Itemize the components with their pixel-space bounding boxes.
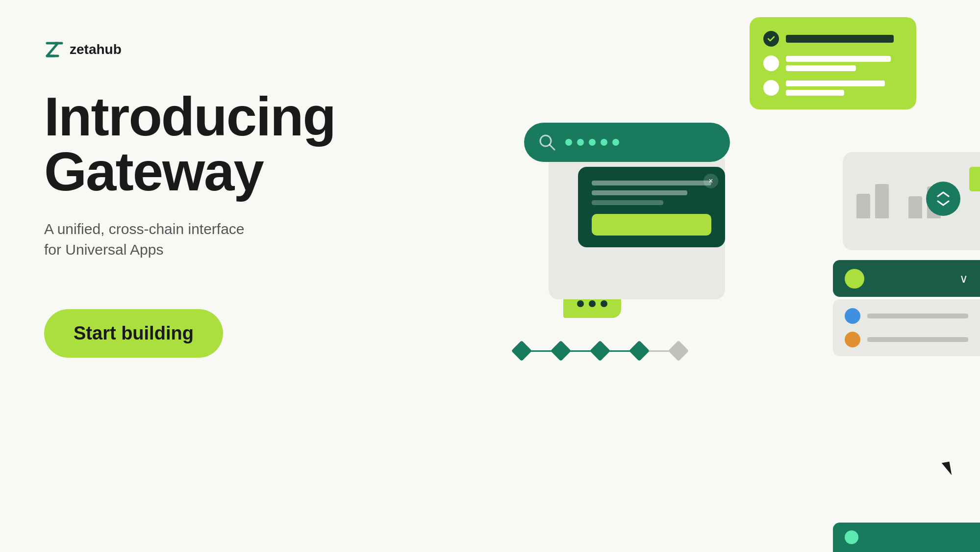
search-bar: [524, 123, 730, 162]
zetahub-logo-icon: [44, 39, 65, 60]
chain-node-3: [590, 341, 610, 361]
chat-dot-3: [601, 300, 607, 307]
chat-dot-1: [577, 300, 584, 307]
teal-dropdown[interactable]: ∨: [833, 260, 980, 297]
dropdown-green-dot: [845, 269, 864, 289]
radio-empty-1: [763, 55, 779, 71]
teal-accent: [969, 167, 980, 191]
chain-node-5: [668, 341, 689, 361]
modal-bar-1: [592, 181, 711, 185]
left-panel: zetahub Introducing Gateway A unified, c…: [44, 39, 363, 358]
bar-2: [875, 184, 889, 218]
chain-line-4: [647, 350, 671, 352]
chain-line-1: [529, 350, 553, 352]
chat-dot-2: [589, 300, 596, 307]
brand-name: zetahub: [70, 42, 122, 57]
start-building-button[interactable]: Start building: [44, 309, 223, 358]
list-item-blue: [845, 308, 968, 324]
bar-1: [856, 194, 870, 218]
bottom-teal-card: [833, 523, 980, 552]
list-bar-orange: [867, 337, 968, 342]
chevron-down-icon: ∨: [959, 272, 968, 286]
modal-bar-3: [592, 200, 663, 205]
chain-line-3: [607, 350, 632, 352]
dark-modal-card: ×: [578, 167, 725, 247]
list-card: [833, 299, 980, 356]
logo-area: zetahub: [44, 39, 363, 60]
list-bar-blue: [867, 314, 968, 318]
list-bar-filled: [786, 35, 894, 43]
bar-3: [908, 196, 922, 218]
orange-dot: [845, 332, 860, 347]
green-card: [750, 17, 916, 109]
chain-node-4: [629, 341, 650, 361]
search-dots: [565, 139, 619, 146]
search-icon: [538, 133, 556, 152]
chain-line-2: [568, 350, 593, 352]
right-panel: × ∨: [441, 0, 980, 552]
hero-subtitle: A unified, cross-chain interfacefor Univ…: [44, 219, 363, 260]
list-bar-group-2: [786, 80, 903, 96]
chain-node-1: [511, 341, 532, 361]
list-item-orange: [845, 332, 968, 347]
check-icon: [763, 31, 779, 47]
svg-line-2: [550, 145, 554, 150]
radio-empty-2: [763, 80, 779, 96]
list-bar-group-1: [786, 56, 903, 71]
bottom-teal-dot: [845, 530, 858, 544]
cursor-icon: [942, 462, 952, 476]
close-icon: ×: [704, 174, 718, 188]
modal-bar-2: [592, 190, 687, 195]
swap-arrow-button[interactable]: [926, 182, 960, 216]
chain-progress: [514, 343, 686, 358]
modal-action-button[interactable]: [592, 214, 711, 236]
chain-node-2: [551, 341, 571, 361]
blue-dot: [845, 308, 860, 324]
hero-title: Introducing Gateway: [44, 89, 363, 199]
